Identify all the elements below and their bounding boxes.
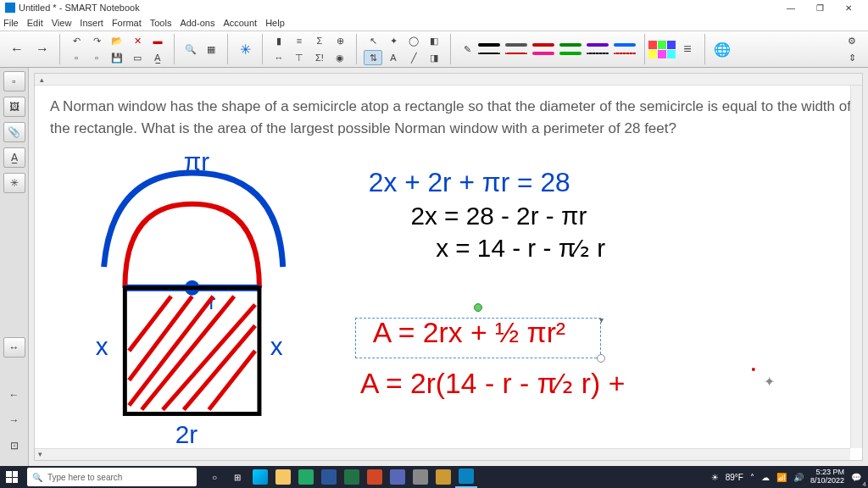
menu-addons[interactable]: Add-ons bbox=[180, 18, 214, 28]
pen-button[interactable]: ✎ bbox=[458, 34, 476, 64]
task-app1[interactable] bbox=[387, 466, 409, 488]
task-view[interactable]: ⊞ bbox=[226, 466, 248, 488]
paste-button[interactable]: ▫ bbox=[87, 50, 106, 65]
page-down-button[interactable]: → bbox=[3, 410, 25, 430]
menu-tools[interactable]: Tools bbox=[150, 18, 172, 28]
pointer-button[interactable]: ↖ bbox=[364, 33, 382, 48]
undo-button[interactable]: ↶ bbox=[67, 33, 86, 48]
delete-button[interactable]: ✕ bbox=[128, 33, 147, 48]
menu-edit[interactable]: Edit bbox=[27, 18, 43, 28]
pen-green[interactable] bbox=[559, 42, 583, 48]
line-button[interactable]: ╱ bbox=[404, 50, 423, 65]
addons-tab[interactable]: ✳ bbox=[3, 173, 25, 193]
align-button[interactable]: ≡ bbox=[290, 33, 309, 48]
taskbar-search[interactable]: 🔍 Type here to search bbox=[27, 468, 197, 486]
chart-button[interactable]: ▮ bbox=[270, 33, 288, 48]
dist-v-button[interactable]: ⊤ bbox=[290, 50, 309, 65]
move-button[interactable]: ⇅ bbox=[364, 50, 382, 65]
minimize-button[interactable]: — bbox=[776, 0, 805, 15]
props-tab[interactable]: A̲ bbox=[3, 147, 25, 168]
menu-format[interactable]: Format bbox=[112, 18, 142, 28]
zoom-button[interactable]: 🔍 bbox=[181, 42, 200, 57]
next-page-button[interactable]: → bbox=[31, 34, 54, 64]
rotate-handle[interactable] bbox=[474, 303, 482, 312]
pen-dot1[interactable] bbox=[587, 50, 610, 57]
task-edge[interactable] bbox=[249, 466, 271, 488]
text-a-button[interactable]: A̲ bbox=[148, 50, 167, 65]
clear-button[interactable]: ▬ bbox=[148, 33, 167, 48]
magic-button[interactable]: ✦ bbox=[384, 33, 403, 48]
attach-tab[interactable]: 📎 bbox=[3, 122, 25, 142]
sigma2-button[interactable]: Σ! bbox=[310, 50, 329, 65]
grid-button[interactable]: ▦ bbox=[202, 42, 220, 57]
task-app2[interactable] bbox=[409, 466, 431, 488]
pen-red[interactable] bbox=[532, 42, 556, 48]
text-button[interactable]: A bbox=[384, 50, 403, 65]
close-button[interactable]: ✕ bbox=[834, 0, 863, 15]
task-explorer[interactable] bbox=[272, 466, 294, 488]
dist-h-button[interactable]: ↔ bbox=[270, 50, 288, 65]
tray-cloud-icon[interactable]: ☁ bbox=[761, 473, 770, 482]
start-button[interactable] bbox=[0, 466, 24, 488]
circles-button[interactable]: ◉ bbox=[331, 50, 349, 65]
menu-account[interactable]: Account bbox=[223, 18, 257, 28]
task-store[interactable] bbox=[295, 466, 317, 488]
notification-icon[interactable]: 💬 bbox=[851, 473, 861, 482]
open-button[interactable]: 📂 bbox=[108, 33, 126, 48]
gallery-tab[interactable]: 🖼 bbox=[3, 97, 25, 117]
pen-black[interactable] bbox=[478, 42, 502, 48]
sigma-button[interactable]: Σ bbox=[310, 33, 329, 48]
task-ppt[interactable] bbox=[364, 466, 386, 488]
pen-dash2[interactable] bbox=[505, 50, 529, 57]
pen-gray[interactable] bbox=[505, 42, 529, 48]
task-excel[interactable] bbox=[341, 466, 363, 488]
task-app3[interactable] bbox=[432, 466, 454, 488]
tray-wifi-icon[interactable]: 📶 bbox=[776, 473, 787, 482]
collapse-button[interactable]: ⇕ bbox=[843, 50, 861, 65]
properties-button[interactable]: ≡ bbox=[676, 34, 699, 64]
plus-button[interactable]: ⊕ bbox=[331, 33, 349, 48]
pen-lime[interactable] bbox=[559, 50, 583, 57]
prev-page-button[interactable]: ← bbox=[5, 34, 29, 64]
pen-dot2[interactable] bbox=[614, 50, 637, 57]
pen-pink[interactable] bbox=[532, 50, 556, 57]
erase2-button[interactable]: ◨ bbox=[425, 50, 443, 65]
pen-blue[interactable] bbox=[614, 42, 637, 48]
pen-purple[interactable] bbox=[587, 42, 610, 48]
scroll-bottom[interactable]: ▾ bbox=[35, 448, 850, 460]
weather-temp[interactable]: 89°F bbox=[726, 473, 743, 482]
clock[interactable]: 5:23 PM 8/10/2022 bbox=[810, 469, 844, 485]
menu-insert[interactable]: Insert bbox=[80, 18, 103, 28]
shape-button[interactable]: ◯ bbox=[404, 33, 423, 48]
svg-line-6 bbox=[129, 297, 171, 351]
fit-button[interactable]: ⊡ bbox=[3, 435, 25, 456]
eraser-button[interactable]: ◧ bbox=[425, 33, 443, 48]
color-picker-button[interactable] bbox=[650, 34, 674, 64]
gear-button[interactable]: ⚙ bbox=[843, 33, 861, 48]
new-page-button[interactable]: ▫ bbox=[67, 50, 86, 65]
redo-button[interactable]: ↷ bbox=[87, 33, 106, 48]
tray-up-icon[interactable]: ˄ bbox=[750, 473, 754, 482]
tray-volume-icon[interactable]: 🔊 bbox=[793, 473, 804, 482]
page-sorter-tab[interactable]: ▫ bbox=[3, 71, 25, 92]
addon-button[interactable]: ✳ bbox=[233, 34, 257, 64]
resize-handle[interactable] bbox=[597, 354, 605, 363]
menu-help[interactable]: Help bbox=[265, 18, 285, 28]
page-up-button[interactable]: ← bbox=[3, 385, 25, 405]
selection-box[interactable]: ▾ bbox=[355, 318, 601, 358]
save-button[interactable]: 💾 bbox=[108, 50, 126, 65]
menu-file[interactable]: File bbox=[3, 18, 19, 28]
menu-handle[interactable]: ▾ bbox=[599, 315, 604, 324]
web-button[interactable]: 🌐 bbox=[710, 34, 734, 64]
menu-view[interactable]: View bbox=[52, 18, 72, 28]
hsplit-button[interactable]: ↔ bbox=[3, 337, 25, 358]
task-smart[interactable] bbox=[455, 466, 477, 488]
pen-dash1[interactable] bbox=[478, 50, 502, 57]
canvas[interactable]: ▴ A Norman window has the shape of a sem… bbox=[34, 73, 863, 461]
task-cortana[interactable]: ○ bbox=[203, 466, 225, 488]
maximize-button[interactable]: ❐ bbox=[805, 0, 834, 15]
task-word[interactable] bbox=[318, 466, 340, 488]
scroll-right[interactable] bbox=[850, 86, 862, 448]
screen-button[interactable]: ▭ bbox=[128, 50, 147, 65]
weather-icon[interactable]: ☀ bbox=[711, 473, 719, 482]
